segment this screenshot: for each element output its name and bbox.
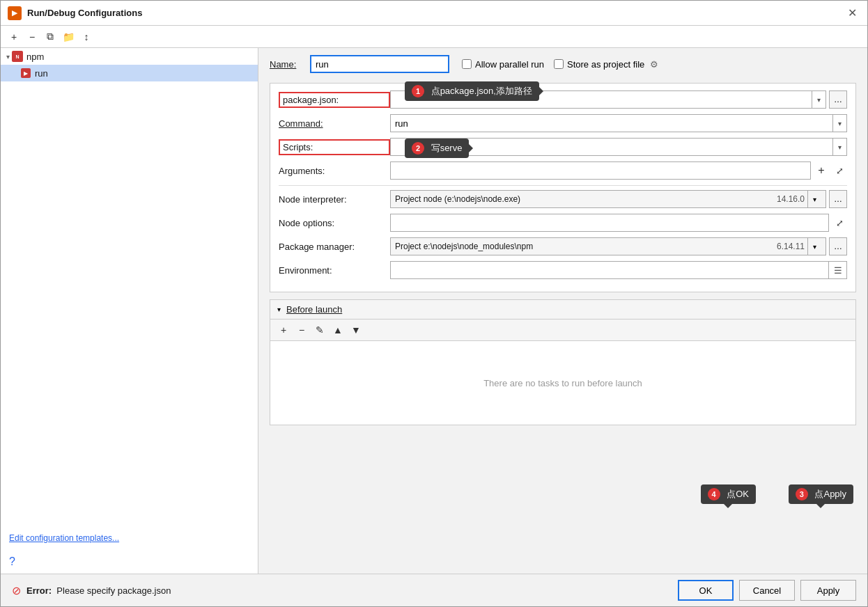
environment-control: ☰ xyxy=(390,261,847,279)
step-badge-3: 3 xyxy=(796,488,808,500)
before-launch-add-button[interactable]: + xyxy=(276,322,291,338)
node-interpreter-value: Project node (e:\nodejs\node.exe) xyxy=(395,194,520,204)
ok-button[interactable]: OK xyxy=(678,580,734,601)
scripts-control: ▾ xyxy=(390,138,847,156)
name-row: Name: Allow parallel run Store as projec… xyxy=(270,55,856,73)
node-interpreter-browse-button[interactable]: … xyxy=(829,190,847,208)
before-launch-section: ▾ Before launch + − ✎ ▲ ▼ There are no t… xyxy=(270,299,856,425)
node-interpreter-label: Node interpreter: xyxy=(279,194,390,205)
store-as-project-item: Store as project file ⚙ xyxy=(554,59,658,70)
name-label: Name: xyxy=(270,59,304,70)
gear-icon[interactable]: ⚙ xyxy=(650,59,658,70)
scripts-field[interactable]: ▾ xyxy=(390,138,847,156)
package-json-field[interactable]: ▾ xyxy=(390,90,826,109)
sort-config-button[interactable]: ↕ xyxy=(79,29,94,45)
node-interpreter-field[interactable]: Project node (e:\nodejs\node.exe) 14.16.… xyxy=(390,190,826,208)
run-icon: ▶ xyxy=(20,68,31,79)
error-icon: ⊘ xyxy=(12,584,21,597)
package-manager-dropdown-arrow[interactable]: ▾ xyxy=(807,238,821,255)
store-as-project-checkbox[interactable] xyxy=(554,59,564,69)
tree-item-run[interactable]: ▶ run xyxy=(1,65,258,81)
package-json-label: package.json: xyxy=(279,92,390,108)
node-version: 14.16.0 xyxy=(777,194,807,204)
environment-field[interactable]: ☰ xyxy=(390,261,847,279)
allow-parallel-checkbox[interactable] xyxy=(462,59,472,69)
arguments-input[interactable] xyxy=(390,161,811,180)
package-manager-control: Project e:\nodejs\node_modules\npm 6.14.… xyxy=(390,237,847,255)
step-badge-4: 4 xyxy=(708,488,720,500)
close-button[interactable]: ✕ xyxy=(844,5,860,22)
package-json-row: package.json: ▾ … xyxy=(279,90,847,109)
annotation-bubble-4: 4 点OK xyxy=(701,484,756,504)
allow-parallel-item: Allow parallel run xyxy=(462,59,544,70)
package-manager-field[interactable]: Project e:\nodejs\node_modules\npm 6.14.… xyxy=(390,237,826,255)
command-value: run xyxy=(391,118,832,129)
before-launch-remove-button[interactable]: − xyxy=(294,322,309,338)
edit-templates-link[interactable]: Edit configuration templates... xyxy=(1,526,258,550)
package-json-browse-button[interactable]: … xyxy=(829,90,847,109)
node-options-expand-button[interactable]: ⤢ xyxy=(832,215,847,230)
before-launch-empty-text: There are no tasks to run before launch xyxy=(483,378,642,388)
dialog-title: Run/Debug Configurations xyxy=(27,8,844,18)
node-interpreter-dropdown-arrow[interactable]: ▾ xyxy=(807,191,821,207)
package-manager-label: Package manager: xyxy=(279,242,390,252)
package-manager-version: 6.14.11 xyxy=(777,242,807,251)
checkbox-group: Allow parallel run Store as project file… xyxy=(462,59,658,70)
package-json-dropdown-arrow[interactable]: ▾ xyxy=(812,91,826,108)
before-launch-down-button[interactable]: ▼ xyxy=(348,322,364,338)
node-options-row: Node options: ⤢ xyxy=(279,214,847,232)
arguments-expand-button[interactable]: ⤢ xyxy=(832,163,847,178)
annotation-bubble-3: 3 点Apply xyxy=(789,484,853,504)
form-section: package.json: ▾ … Command: run xyxy=(270,83,856,292)
arguments-label: Arguments: xyxy=(279,166,390,176)
apply-button[interactable]: Apply xyxy=(800,580,856,601)
cancel-button[interactable]: Cancel xyxy=(739,580,795,601)
environment-row: Environment: ☰ xyxy=(279,261,847,279)
package-manager-browse-button[interactable]: … xyxy=(829,237,847,255)
left-panel: ▾ N npm ▶ run Edit configuration templat… xyxy=(1,48,258,574)
before-launch-header: ▾ Before launch xyxy=(270,300,855,320)
environment-label: Environment: xyxy=(279,265,390,276)
app-icon: ▶ xyxy=(8,6,22,20)
bottom-bar: ⊘ Error: Please specify package.json OK … xyxy=(1,574,867,606)
right-panel: Name: Allow parallel run Store as projec… xyxy=(258,48,867,574)
before-launch-label: Before launch xyxy=(286,304,342,315)
scripts-dropdown-arrow[interactable]: ▾ xyxy=(832,139,846,155)
bubble3-text: 点Apply xyxy=(814,489,846,499)
store-as-project-label: Store as project file xyxy=(567,59,644,70)
toolbar: + − ⧉ 📁 ↕ xyxy=(1,26,867,48)
command-field[interactable]: run ▾ xyxy=(390,114,847,132)
tree-npm-label: npm xyxy=(26,52,44,62)
folder-config-button[interactable]: 📁 xyxy=(61,29,76,45)
error-text: Error: Please specify package.json xyxy=(26,585,171,596)
tree-item-npm[interactable]: ▾ N npm xyxy=(1,48,258,65)
scripts-row: Scripts: ▾ xyxy=(279,138,847,156)
command-control: run ▾ xyxy=(390,114,847,132)
remove-config-button[interactable]: − xyxy=(24,29,40,45)
before-launch-up-button[interactable]: ▲ xyxy=(330,322,346,338)
node-interpreter-control: Project node (e:\nodejs\node.exe) 14.16.… xyxy=(390,190,847,208)
command-dropdown-arrow[interactable]: ▾ xyxy=(832,115,846,132)
tree-run-label: run xyxy=(35,68,48,79)
node-interpreter-row: Node interpreter: Project node (e:\nodej… xyxy=(279,190,847,208)
node-options-input[interactable] xyxy=(390,214,829,232)
help-icon[interactable]: ? xyxy=(1,550,258,574)
node-options-label: Node options: xyxy=(279,218,390,228)
before-launch-toolbar: + − ✎ ▲ ▼ xyxy=(270,320,855,341)
before-launch-chevron: ▾ xyxy=(277,306,281,313)
before-launch-edit-button[interactable]: ✎ xyxy=(312,322,327,338)
arguments-add-button[interactable]: + xyxy=(814,163,829,178)
chevron-icon: ▾ xyxy=(6,53,10,61)
npm-icon: N xyxy=(12,51,23,62)
package-manager-row: Package manager: Project e:\nodejs\node_… xyxy=(279,237,847,255)
package-json-control: ▾ … xyxy=(390,90,847,109)
add-config-button[interactable]: + xyxy=(6,29,22,45)
error-label: Error: xyxy=(26,585,52,596)
environment-edit-icon[interactable]: ☰ xyxy=(828,262,846,278)
run-debug-dialog: ▶ Run/Debug Configurations ✕ + − ⧉ 📁 ↕ ▾… xyxy=(0,0,868,607)
scripts-label: Scripts: xyxy=(279,139,390,155)
name-input[interactable] xyxy=(310,55,449,73)
copy-config-button[interactable]: ⧉ xyxy=(42,29,58,45)
title-bar: ▶ Run/Debug Configurations ✕ xyxy=(1,1,867,26)
arguments-row: Arguments: + ⤢ xyxy=(279,161,847,180)
